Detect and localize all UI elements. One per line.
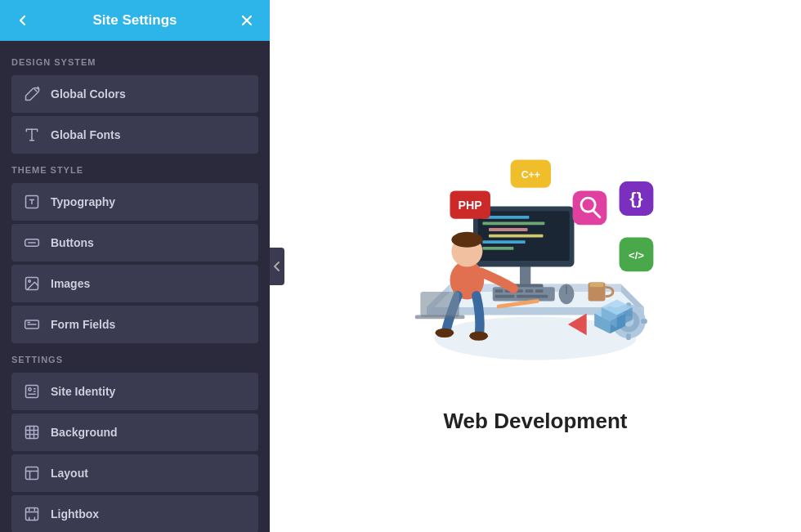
- sidebar-header: Site Settings: [0, 0, 270, 41]
- section-label-theme-style: THEME STYLE: [11, 165, 258, 175]
- svg-rect-25: [489, 228, 528, 231]
- svg-rect-27: [482, 240, 525, 244]
- form-fields-icon: [23, 315, 41, 333]
- menu-item-global-fonts[interactable]: Global Fonts: [11, 116, 258, 154]
- svg-rect-36: [517, 295, 548, 298]
- menu-item-layout[interactable]: Layout: [11, 454, 258, 492]
- background-icon: [23, 423, 41, 441]
- svg-rect-73: [415, 315, 465, 320]
- menu-item-global-colors[interactable]: Global Colors: [11, 75, 258, 113]
- svg-point-44: [451, 232, 482, 248]
- section-settings: SETTINGS Site Identity: [11, 355, 258, 532]
- collapse-handle[interactable]: [270, 248, 284, 285]
- lightbox-label: Lightbox: [51, 507, 99, 521]
- svg-rect-11: [26, 467, 38, 480]
- layout-label: Layout: [51, 467, 88, 480]
- svg-rect-29: [493, 287, 555, 301]
- typography-icon: [23, 193, 41, 211]
- svg-rect-24: [482, 222, 544, 226]
- sidebar-title: Site Settings: [34, 12, 235, 29]
- web-development-illustration: PHP C++ {} </>: [380, 98, 691, 392]
- sidebar: Site Settings DESIGN SYSTEM Global Color…: [0, 0, 270, 532]
- menu-item-form-fields[interactable]: Form Fields: [11, 306, 258, 343]
- site-identity-label: Site Identity: [51, 385, 115, 398]
- sidebar-content: DESIGN SYSTEM Global Colors: [0, 41, 270, 532]
- menu-item-background[interactable]: Background: [11, 414, 258, 451]
- svg-point-6: [29, 280, 31, 283]
- section-theme-style: THEME STYLE Typography Button: [11, 165, 258, 343]
- close-button[interactable]: [235, 9, 258, 32]
- images-label: Images: [51, 277, 90, 290]
- svg-point-9: [29, 388, 31, 391]
- buttons-icon: [23, 234, 41, 252]
- main-content: PHP C++ {} </>: [270, 0, 801, 532]
- svg-rect-35: [495, 295, 515, 298]
- svg-text:C++: C++: [521, 169, 540, 181]
- svg-rect-10: [26, 427, 38, 439]
- svg-rect-12: [26, 508, 38, 521]
- menu-item-typography[interactable]: Typography: [11, 183, 258, 221]
- menu-item-lightbox[interactable]: Lightbox: [11, 495, 258, 532]
- svg-text:{}: {}: [629, 189, 642, 208]
- svg-rect-26: [489, 235, 544, 238]
- font-icon: [23, 126, 41, 144]
- site-identity-icon: [23, 382, 41, 400]
- background-label: Background: [51, 426, 118, 439]
- section-label-settings: SETTINGS: [11, 355, 258, 364]
- menu-item-site-identity[interactable]: Site Identity: [11, 373, 258, 410]
- svg-rect-64: [641, 319, 647, 324]
- layout-icon: [23, 464, 41, 482]
- svg-rect-34: [535, 289, 544, 293]
- svg-rect-51: [573, 191, 607, 226]
- svg-line-0: [34, 89, 37, 92]
- back-button[interactable]: [11, 9, 34, 32]
- buttons-label: Buttons: [51, 236, 94, 249]
- svg-point-46: [469, 331, 488, 340]
- svg-rect-28: [482, 247, 513, 250]
- section-label-design-system: DESIGN SYSTEM: [11, 57, 258, 67]
- typography-label: Typography: [51, 195, 115, 208]
- svg-rect-40: [590, 283, 604, 288]
- menu-item-buttons[interactable]: Buttons: [11, 224, 258, 262]
- svg-rect-33: [526, 289, 534, 293]
- svg-rect-72: [420, 292, 459, 316]
- images-icon: [23, 275, 41, 293]
- svg-rect-30: [495, 289, 503, 293]
- form-fields-label: Form Fields: [51, 318, 115, 331]
- section-design-system: DESIGN SYSTEM Global Colors: [11, 57, 258, 154]
- lightbox-icon: [23, 505, 41, 523]
- svg-rect-8: [26, 386, 38, 398]
- svg-text:PHP: PHP: [459, 199, 483, 212]
- global-colors-label: Global Colors: [51, 87, 126, 101]
- global-fonts-label: Global Fonts: [51, 128, 121, 141]
- brush-icon: [23, 85, 41, 103]
- svg-rect-19: [520, 265, 530, 287]
- illustration-container: PHP C++ {} </>: [380, 98, 691, 434]
- main-title: Web Development: [444, 409, 628, 434]
- svg-point-45: [435, 329, 454, 338]
- menu-item-images[interactable]: Images: [11, 265, 258, 302]
- svg-rect-62: [626, 333, 631, 340]
- svg-text:</>: </>: [629, 249, 644, 262]
